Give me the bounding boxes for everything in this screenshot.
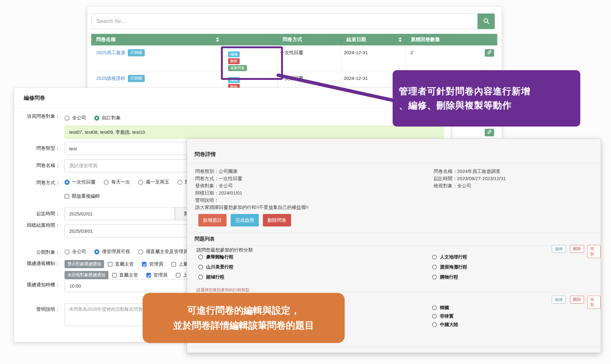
purple-callout: 管理者可針對問卷內容進行新增 、編修、刪除與複製等動作 [393,70,580,127]
target-radio-group: 全公司 自訂對象 [65,115,129,121]
checkbox-supervisor[interactable]: 直屬主管 [112,272,138,278]
checkbox-icon [176,273,180,278]
radio-daily[interactable]: 每天一次 [104,179,130,185]
radio-icon [198,255,203,259]
sort-icon[interactable] [216,37,219,42]
checkbox-icon [146,273,151,278]
field-label-name: 問卷名稱： [24,162,60,169]
survey-link-button[interactable] [485,129,494,136]
checkbox-icon [112,273,117,278]
radio-icon [432,314,437,319]
divider [187,347,601,347]
checkbox-label: 直屬主管 [115,261,134,267]
survey-name-link[interactable]: 2025員工春遊 [96,50,125,55]
field-label-report: 匯總通報機制： [24,260,60,267]
question-copy-chip[interactable]: 複製 [587,296,601,309]
checkbox-supervisor[interactable]: 直屬主管 [108,261,134,267]
question-option[interactable]: 韓國 [432,305,449,311]
column-header-label: 問卷方式 [283,36,302,43]
question-delete-chip[interactable]: 刪除 [570,296,584,304]
info-line: 請大家踴躍回覆想參加的行程!!不要放棄自己的權益喔!! [195,204,309,211]
period-start-input[interactable]: 2025/02/01 [65,207,175,220]
add-question-button[interactable]: 新增題目 [198,214,227,226]
method-cell: 一次性回覆 [280,75,303,81]
checkbox-admin[interactable]: 管理員 [142,261,163,267]
question-edit-chip[interactable]: 編修 [552,245,566,253]
noreply-summary-tag: 未回報對象匯總通知 [65,271,108,279]
survey-name-link[interactable]: 2025講座課程 [96,75,125,81]
field-label-statement: 聲明說明： [24,306,60,312]
divider [187,292,601,292]
question-edit-chip[interactable]: 編修 [552,296,566,304]
delete-survey-button[interactable]: 刪除問卷 [263,214,291,226]
sort-icon[interactable] [399,37,402,42]
radio-label: 全公司 [72,115,86,121]
radio-weekdays[interactable]: 週一至周五 [138,179,169,185]
link-icon [487,129,492,136]
question-option[interactable]: 人文地理行程 [432,254,467,260]
info-line: 起訖時間：2023/09/27-2023/12/31 [434,175,506,182]
radio-label: 僅管理員可視 [102,249,130,255]
option-label: 賭城行程 [206,274,224,280]
divider [187,163,601,164]
checkbox-admin[interactable]: 管理員 [146,272,168,278]
search-button[interactable] [478,13,495,29]
radio-icon [432,275,437,279]
radio-visibility-admin[interactable]: 僅管理員可視 [94,249,130,255]
field-label-archive: 歸檔結案時間： [24,222,60,228]
info-line: 檢視對象：全公司 [434,182,506,189]
radio-visibility-all[interactable]: 全公司 [65,249,86,255]
field-label-visibility: 公開對象： [24,249,60,255]
info-line: 歸檔日期：2024/01/01 [195,189,309,196]
option-label: 豪華郵輪行程 [206,254,233,260]
checkbox-label: 管理員 [154,272,168,278]
activate-button[interactable]: 完成啟用 [231,214,259,226]
checkbox-label: 開放重複編輯 [72,193,100,199]
screen: 問卷名稱 問卷方式 結束日期 累積回卷數量 2025員工春遊已歸檔 [0,0,611,364]
radio-label: 全公司 [72,249,86,255]
radio-icon [65,116,70,121]
radio-icon [138,180,143,185]
divider [14,108,451,108]
survey-link-button[interactable] [485,49,494,57]
option-label: 菲律賓 [440,313,454,319]
column-header-link [482,34,497,45]
question-option[interactable]: 山川美景行程 [198,264,233,270]
info-line: 問卷類別：公司團康 [195,168,309,175]
radio-once[interactable]: 一次性回覆 [65,179,96,185]
radio-icon [104,180,109,185]
info-line: 聲明說明： [195,196,309,204]
custom-target-input[interactable]: test07, test08, test09, 李龐德, test10 [65,126,444,139]
info-line: 問卷方式：一次性回覆 [195,175,309,182]
question-option[interactable]: 購物行程 [432,274,458,280]
radio-icon [94,116,99,121]
radio-icon [177,180,182,185]
question-option[interactable]: 渡假海灘行程 [432,264,467,270]
column-header-name[interactable]: 問卷名稱 [91,34,223,45]
orange-callout: 可進行問卷的編輯與設定， 並於問卷詳情編輯該筆問卷的題目 [143,293,345,343]
info-line: 發佈對象：全公司 [195,182,309,189]
question-title: 請問您最想參加的行程分類 [196,247,253,253]
end-date-cell: 2024-12-31 [344,75,368,81]
checkbox-repeat-edit[interactable]: 開放重複編輯 [65,193,100,199]
field-label-method: 問卷方式： [24,179,60,186]
question-delete-chip[interactable]: 刪除 [570,245,584,253]
question-option[interactable]: 中國大陸 [432,322,458,328]
column-header-end-date[interactable]: 結束日期 [341,34,405,45]
question-option[interactable]: 菲律賓 [432,313,454,319]
question-copy-chip[interactable]: 複製 [587,245,601,258]
radio-icon [65,180,70,185]
radio-all-company[interactable]: 全公司 [65,115,86,121]
alert-summary-tag: 警示對象匯總通知 [65,260,104,268]
checkbox-icon [65,194,69,199]
radio-custom-target[interactable]: 自訂對象 [94,115,121,121]
panel-title: 編修問卷 [24,94,45,101]
question-option[interactable]: 豪華郵輪行程 [198,254,233,260]
radio-label: 一次性回覆 [72,179,96,185]
detail-info-right: 問卷名稱：2024年員工旅遊調查 起訖時間：2023/09/27-2023/12… [434,168,506,189]
search-input[interactable] [91,13,478,29]
column-header-label: 結束日期 [347,36,366,43]
method-cell: 一次性回覆 [280,50,303,56]
question-option[interactable]: 賭城行程 [198,274,224,280]
divider [187,232,601,232]
